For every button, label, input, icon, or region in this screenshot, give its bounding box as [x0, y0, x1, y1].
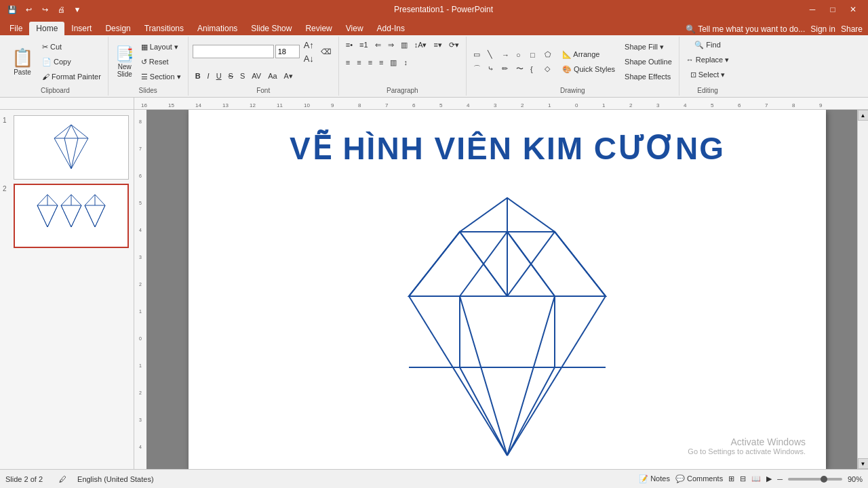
quickstyles-button[interactable]: 🎨 Quick Styles: [559, 62, 618, 76]
bullets-button[interactable]: ≡•: [343, 38, 355, 52]
shape-brace[interactable]: {: [528, 62, 541, 76]
svg-marker-66: [507, 232, 606, 296]
quick-access-toolbar[interactable]: 💾 ↩ ↪ 🖨 ▼: [5, 3, 84, 16]
font-color-button[interactable]: A▾: [281, 69, 296, 83]
replace-button[interactable]: ↔ Replace ▾: [684, 53, 732, 66]
clear-format-button[interactable]: ⌫: [318, 45, 334, 58]
window-controls[interactable]: ─ □ ✕: [803, 3, 863, 16]
new-slide-button[interactable]: 📑 New Slide: [113, 41, 137, 82]
format-painter-button[interactable]: 🖌 Format Painter: [39, 70, 104, 83]
view-reading-button[interactable]: 📖: [751, 474, 761, 483]
shape-format-buttons: Shape Fill ▾ Shape Outline Shape Effects: [622, 40, 675, 83]
shape-freeform[interactable]: ✏: [499, 62, 513, 76]
diamond-shape[interactable]: [361, 191, 653, 464]
zoom-slider[interactable]: [788, 478, 842, 481]
align-left-button[interactable]: ≡: [343, 56, 353, 69]
align-right-button[interactable]: ≡: [366, 56, 375, 69]
reset-button[interactable]: ↺ Reset: [138, 55, 184, 68]
comments-button[interactable]: 💬 Comments: [675, 474, 723, 483]
tab-transitions[interactable]: Transitions: [138, 22, 191, 35]
slide-preview-1[interactable]: [14, 115, 129, 180]
shape-wave[interactable]: 〜: [513, 62, 527, 76]
cut-button[interactable]: ✂ Cut: [39, 40, 104, 54]
strikethrough-button[interactable]: S: [226, 69, 236, 83]
shape-diamond[interactable]: ◇: [542, 62, 555, 76]
find-button[interactable]: 🔍 Find: [692, 38, 723, 52]
underline-button[interactable]: U: [214, 69, 224, 83]
italic-button[interactable]: I: [205, 69, 212, 83]
shape-circle[interactable]: ○: [513, 48, 527, 62]
cols-button2[interactable]: ▥: [387, 56, 399, 69]
vertical-scrollbar[interactable]: ▲ ▼: [857, 110, 868, 469]
save-icon[interactable]: 💾: [5, 3, 19, 16]
canvas-area[interactable]: VẼ HÌNH VIÊN KIM CƯƠNG: [146, 110, 868, 469]
maximize-button[interactable]: □: [823, 3, 842, 16]
shape-curve[interactable]: ⌒: [471, 62, 484, 76]
smartart-button[interactable]: ⟳▾: [446, 38, 462, 52]
ribbon-tab-bar: File Home Insert Design Transitions Anim…: [0, 19, 868, 35]
shape-effects-button[interactable]: Shape Effects: [622, 70, 675, 83]
col-button[interactable]: ▥: [398, 38, 410, 52]
line-spacing-button[interactable]: ↕: [401, 56, 410, 69]
section-button[interactable]: ☰ Section ▾: [138, 70, 184, 83]
shape-line[interactable]: ╲: [485, 48, 498, 62]
scroll-down-button[interactable]: ▼: [858, 458, 869, 469]
text-dir-button[interactable]: ↕A▾: [412, 38, 430, 52]
tab-slideshow[interactable]: Slide Show: [244, 22, 298, 35]
view-slide-sorter-button[interactable]: ⊟: [740, 474, 746, 483]
shape-arrow[interactable]: →: [499, 48, 513, 62]
shape-pentagon[interactable]: ⬠: [542, 48, 555, 62]
tab-file[interactable]: File: [3, 22, 29, 35]
decrease-font-button[interactable]: A↓: [301, 52, 317, 65]
slide-thumb-2[interactable]: 2: [3, 184, 131, 248]
tab-design[interactable]: Design: [98, 22, 137, 35]
tell-me-input[interactable]: 🔍 Tell me what you want to do...: [686, 24, 805, 34]
redo-icon[interactable]: ↪: [38, 3, 52, 16]
slide-thumb-1[interactable]: 1: [3, 115, 131, 180]
zoom-thumb[interactable]: [821, 476, 827, 483]
minimize-button[interactable]: ─: [803, 3, 822, 16]
shape-rect2[interactable]: □: [528, 48, 541, 62]
align-text-button[interactable]: ≡▾: [431, 38, 444, 52]
share-button[interactable]: Share: [841, 24, 863, 34]
bold-button[interactable]: B: [193, 69, 203, 83]
close-button[interactable]: ✕: [844, 3, 863, 16]
font-name-box[interactable]: [193, 45, 274, 58]
print-icon[interactable]: 🖨: [54, 3, 68, 16]
paste-button[interactable]: 📋 Paste: [7, 41, 38, 83]
tab-review[interactable]: Review: [298, 22, 338, 35]
arrange-button[interactable]: 📐 Arrange: [559, 47, 618, 61]
arrange-quickstyle: 📐 Arrange 🎨 Quick Styles: [559, 47, 618, 76]
increase-indent-button[interactable]: ⇒: [385, 38, 397, 52]
shape-rect[interactable]: ▭: [471, 48, 484, 62]
view-slideshow-button[interactable]: ▶: [766, 474, 772, 483]
scroll-up-button[interactable]: ▲: [858, 110, 869, 121]
case-button[interactable]: Aa: [265, 69, 279, 83]
sign-in-link[interactable]: Sign in: [810, 24, 835, 34]
tab-addins[interactable]: Add-Ins: [370, 22, 412, 35]
shadow-button[interactable]: S: [237, 69, 248, 83]
zoom-percent[interactable]: 90%: [848, 475, 863, 483]
numbering-button[interactable]: ≡1: [357, 38, 371, 52]
select-button[interactable]: ⊡ Select ▾: [688, 68, 728, 81]
tab-home[interactable]: Home: [29, 22, 64, 35]
layout-button[interactable]: ▦ Layout ▾: [138, 40, 184, 54]
shape-connector[interactable]: ⤷: [485, 62, 498, 76]
notes-button[interactable]: 📝 Notes: [639, 474, 670, 483]
tab-view[interactable]: View: [339, 22, 370, 35]
undo-icon[interactable]: ↩: [22, 3, 35, 16]
justify-button[interactable]: ≡: [376, 56, 386, 69]
align-center-button[interactable]: ≡: [354, 56, 363, 69]
slide-preview-2[interactable]: [14, 184, 129, 248]
copy-button[interactable]: 📄 Copy: [39, 55, 104, 68]
font-size-box[interactable]: 18: [275, 45, 300, 58]
char-spacing-button[interactable]: AV: [249, 69, 264, 83]
view-normal-button[interactable]: ⊞: [728, 474, 734, 483]
shape-fill-button[interactable]: Shape Fill ▾: [622, 40, 675, 54]
increase-font-button[interactable]: A↑: [301, 38, 317, 52]
dropdown-icon[interactable]: ▼: [71, 3, 84, 16]
tab-animations[interactable]: Animations: [191, 22, 244, 35]
shape-outline-button[interactable]: Shape Outline: [622, 55, 675, 68]
tab-insert[interactable]: Insert: [64, 22, 98, 35]
decrease-indent-button[interactable]: ⇐: [372, 38, 384, 52]
